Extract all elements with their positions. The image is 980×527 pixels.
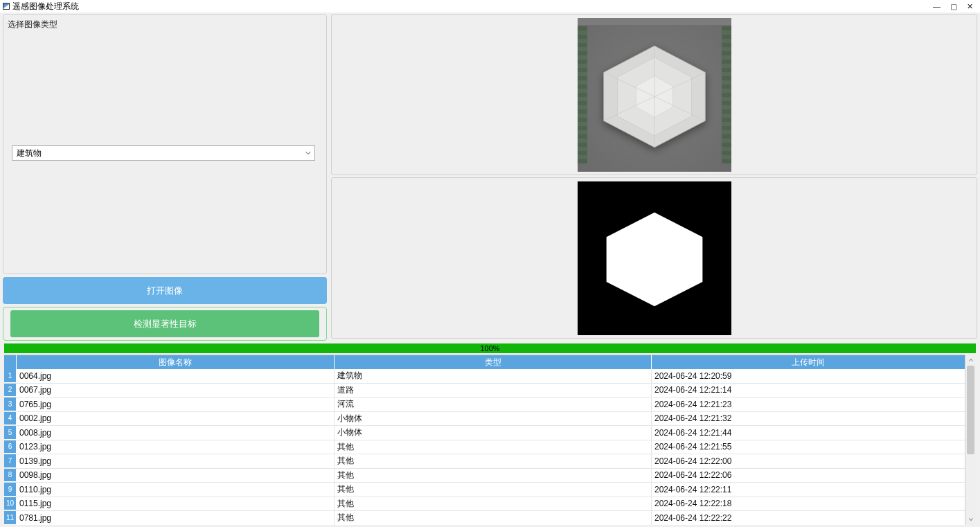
cell-type[interactable]: 其他 xyxy=(335,483,652,497)
left-panel: 选择图像类型 建筑物 打开图像 检测显著性目标 xyxy=(3,14,327,341)
cell-upload-time[interactable]: 2024-06-24 12:21:23 xyxy=(652,398,965,411)
row-index: 10 xyxy=(4,497,17,511)
cell-type[interactable]: 河流 xyxy=(335,398,652,411)
table-row[interactable]: 20067.jpg道路2024-06-24 12:21:14 xyxy=(4,384,965,398)
detect-button-wrap: 检测显著性目标 xyxy=(3,307,327,341)
titlebar: 遥感图像处理系统 — ▢ ✕ xyxy=(0,0,980,12)
cell-image-name[interactable]: 0765.jpg xyxy=(17,398,335,411)
cell-image-name[interactable]: 0098.jpg xyxy=(17,469,335,483)
progress-text: 100% xyxy=(480,344,499,352)
row-index: 3 xyxy=(4,398,17,411)
table-row[interactable]: 110781.jpg其他2024-06-24 12:22:22 xyxy=(4,511,965,525)
cell-image-name[interactable]: 0067.jpg xyxy=(17,384,335,398)
cell-image-name[interactable]: 0139.jpg xyxy=(17,454,335,468)
scroll-up-icon[interactable] xyxy=(965,355,976,366)
result-image-box xyxy=(331,177,977,339)
table-row[interactable]: 90110.jpg其他2024-06-24 12:22:11 xyxy=(4,483,965,497)
row-index: 4 xyxy=(4,412,17,426)
chevron-down-icon xyxy=(305,148,312,158)
row-index: 6 xyxy=(4,440,17,454)
cell-type[interactable]: 其他 xyxy=(335,454,652,468)
dropdown-value: 建筑物 xyxy=(17,148,42,159)
row-index: 8 xyxy=(4,469,17,483)
cell-type[interactable]: 道路 xyxy=(335,384,652,398)
maximize-icon[interactable]: ▢ xyxy=(950,2,957,11)
th-type[interactable]: 类型 xyxy=(335,355,652,369)
cell-image-name[interactable]: 0123.jpg xyxy=(17,440,335,454)
row-index: 2 xyxy=(4,384,17,398)
table-row[interactable]: 70139.jpg其他2024-06-24 12:22:00 xyxy=(4,454,965,469)
table-header: 图像名称 类型 上传时间 xyxy=(4,355,965,369)
cell-type[interactable]: 小物体 xyxy=(335,426,652,440)
svg-marker-9 xyxy=(606,212,702,306)
th-index xyxy=(4,355,17,369)
table-row[interactable]: 10064.jpg建筑物2024-06-24 12:20:59 xyxy=(4,369,965,384)
select-image-type-label: 选择图像类型 xyxy=(8,19,322,30)
table-row[interactable]: 100115.jpg其他2024-06-24 12:22:18 xyxy=(4,497,965,512)
table-row[interactable]: 60123.jpg其他2024-06-24 12:21:55 xyxy=(4,440,965,455)
results-table: 图像名称 类型 上传时间 10064.jpg建筑物2024-06-24 12:2… xyxy=(4,355,976,525)
table-row[interactable]: 30765.jpg河流2024-06-24 12:21:23 xyxy=(4,398,965,412)
row-index: 7 xyxy=(4,454,17,468)
cell-image-name[interactable]: 0115.jpg xyxy=(17,497,335,511)
progress-bar: 100% xyxy=(4,343,976,353)
row-index: 11 xyxy=(4,511,17,525)
th-upload-time[interactable]: 上传时间 xyxy=(652,355,965,369)
table-scrollbar[interactable] xyxy=(965,355,976,525)
cell-upload-time[interactable]: 2024-06-24 12:22:18 xyxy=(652,497,965,511)
cell-upload-time[interactable]: 2024-06-24 12:21:32 xyxy=(652,412,965,426)
cell-image-name[interactable]: 0064.jpg xyxy=(17,369,335,383)
mask-hexagon-icon xyxy=(600,208,709,312)
image-type-dropdown[interactable]: 建筑物 xyxy=(12,145,315,161)
cell-type[interactable]: 建筑物 xyxy=(335,369,652,383)
scroll-down-icon[interactable] xyxy=(965,514,976,525)
cell-type[interactable]: 其他 xyxy=(335,440,652,454)
image-type-groupbox: 选择图像类型 建筑物 xyxy=(3,14,327,274)
cell-image-name[interactable]: 0110.jpg xyxy=(17,483,335,497)
building-hexagon-icon xyxy=(596,41,713,154)
row-index: 9 xyxy=(4,483,17,497)
window-title: 遥感图像处理系统 xyxy=(12,1,79,12)
cell-upload-time[interactable]: 2024-06-24 12:22:06 xyxy=(652,469,965,483)
cell-upload-time[interactable]: 2024-06-24 12:21:14 xyxy=(652,384,965,398)
cell-image-name[interactable]: 0008.jpg xyxy=(17,426,335,440)
cell-upload-time[interactable]: 2024-06-24 12:21:44 xyxy=(652,426,965,440)
window-controls: — ▢ ✕ xyxy=(933,2,973,11)
open-image-button[interactable]: 打开图像 xyxy=(3,277,327,304)
row-index: 5 xyxy=(4,426,17,440)
detect-target-button[interactable]: 检测显著性目标 xyxy=(10,310,319,337)
mask-image xyxy=(578,181,731,335)
row-index: 1 xyxy=(4,369,17,383)
th-image-name[interactable]: 图像名称 xyxy=(17,355,335,369)
source-image-box xyxy=(331,14,977,175)
cell-upload-time[interactable]: 2024-06-24 12:21:55 xyxy=(652,440,965,454)
cell-type[interactable]: 小物体 xyxy=(335,412,652,426)
app-icon xyxy=(3,3,10,10)
source-image xyxy=(578,18,731,172)
cell-image-name[interactable]: 0002.jpg xyxy=(17,412,335,426)
scroll-thumb[interactable] xyxy=(967,366,974,454)
cell-upload-time[interactable]: 2024-06-24 12:22:11 xyxy=(652,483,965,497)
close-icon[interactable]: ✕ xyxy=(967,2,973,11)
minimize-icon[interactable]: — xyxy=(933,2,941,11)
cell-upload-time[interactable]: 2024-06-24 12:22:22 xyxy=(652,511,965,525)
table-row[interactable]: 50008.jpg小物体2024-06-24 12:21:44 xyxy=(4,426,965,440)
cell-type[interactable]: 其他 xyxy=(335,511,652,525)
cell-image-name[interactable]: 0781.jpg xyxy=(17,511,335,525)
table-row[interactable]: 40002.jpg小物体2024-06-24 12:21:32 xyxy=(4,412,965,427)
cell-upload-time[interactable]: 2024-06-24 12:22:00 xyxy=(652,454,965,468)
right-panel xyxy=(331,14,977,341)
table-row[interactable]: 80098.jpg其他2024-06-24 12:22:06 xyxy=(4,469,965,483)
scroll-track[interactable] xyxy=(965,366,976,514)
cell-type[interactable]: 其他 xyxy=(335,469,652,483)
cell-type[interactable]: 其他 xyxy=(335,497,652,511)
cell-upload-time[interactable]: 2024-06-24 12:20:59 xyxy=(652,369,965,383)
